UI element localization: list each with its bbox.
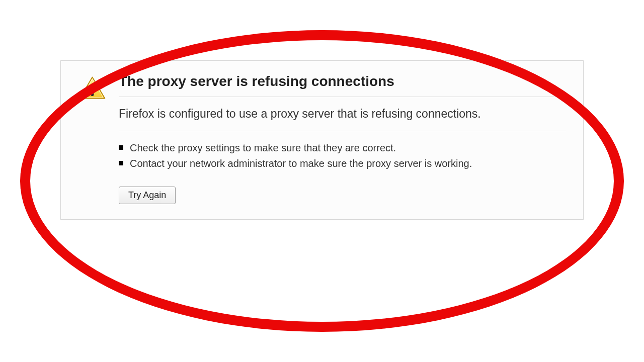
error-subtitle: Firefox is configured to use a proxy ser… xyxy=(119,106,566,122)
warning-icon xyxy=(78,75,106,101)
try-again-button[interactable]: Try Again xyxy=(119,187,176,204)
error-tips-list: Check the proxy settings to make sure th… xyxy=(119,140,566,171)
error-panel: The proxy server is refusing connections… xyxy=(60,60,584,220)
svg-point-1 xyxy=(91,93,94,96)
list-item: Check the proxy settings to make sure th… xyxy=(119,140,566,156)
svg-rect-0 xyxy=(91,83,94,91)
divider xyxy=(119,97,566,97)
list-item: Contact your network administrator to ma… xyxy=(119,156,566,171)
error-title: The proxy server is refusing connections xyxy=(119,73,566,89)
divider xyxy=(119,131,566,131)
